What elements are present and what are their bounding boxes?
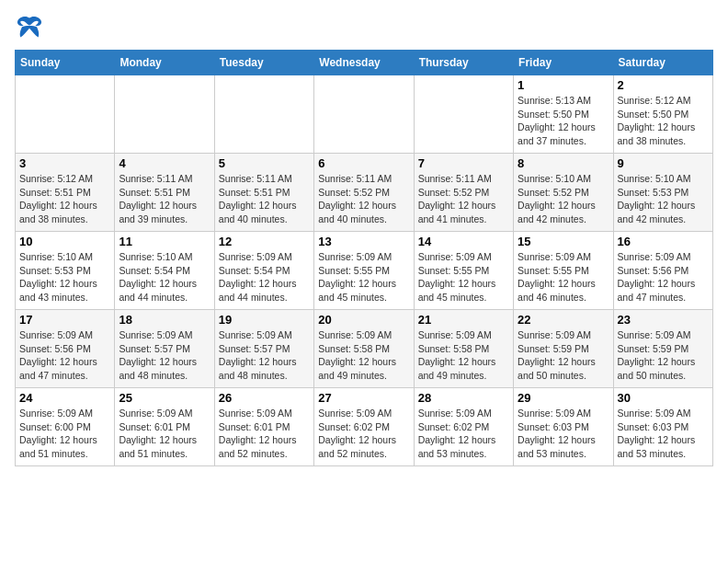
day-number: 11: [119, 235, 210, 248]
calendar-week-row: 24Sunrise: 5:09 AM Sunset: 6:00 PM Dayli…: [16, 388, 713, 466]
calendar-cell: 1Sunrise: 5:13 AM Sunset: 5:50 PM Daylig…: [514, 75, 613, 154]
day-number: 4: [119, 156, 210, 170]
day-info: Sunrise: 5:10 AM Sunset: 5:53 PM Dayligh…: [618, 172, 709, 226]
day-number: 22: [518, 313, 609, 327]
day-number: 20: [318, 313, 409, 327]
calendar-week-row: 17Sunrise: 5:09 AM Sunset: 5:56 PM Dayli…: [16, 310, 713, 388]
calendar-cell: 5Sunrise: 5:11 AM Sunset: 5:51 PM Daylig…: [214, 154, 313, 232]
day-number: 30: [618, 391, 709, 405]
day-info: Sunrise: 5:09 AM Sunset: 5:54 PM Dayligh…: [219, 250, 310, 304]
calendar-cell: 9Sunrise: 5:10 AM Sunset: 5:53 PM Daylig…: [613, 154, 712, 232]
day-number: 15: [518, 235, 609, 248]
day-info: Sunrise: 5:09 AM Sunset: 5:58 PM Dayligh…: [318, 328, 409, 383]
day-number: 18: [119, 313, 210, 327]
day-number: 25: [119, 391, 210, 405]
day-info: Sunrise: 5:09 AM Sunset: 6:03 PM Dayligh…: [518, 407, 609, 461]
calendar-cell: 8Sunrise: 5:10 AM Sunset: 5:52 PM Daylig…: [514, 154, 613, 232]
day-info: Sunrise: 5:09 AM Sunset: 6:01 PM Dayligh…: [119, 407, 210, 461]
day-info: Sunrise: 5:10 AM Sunset: 5:52 PM Dayligh…: [518, 172, 609, 226]
weekday-header-friday: Friday: [514, 51, 613, 75]
day-info: Sunrise: 5:12 AM Sunset: 5:50 PM Dayligh…: [618, 94, 709, 148]
calendar-cell: 29Sunrise: 5:09 AM Sunset: 6:03 PM Dayli…: [514, 388, 613, 466]
day-number: 19: [219, 313, 310, 327]
day-info: Sunrise: 5:11 AM Sunset: 5:51 PM Dayligh…: [219, 172, 310, 226]
calendar-cell: 12Sunrise: 5:09 AM Sunset: 5:54 PM Dayli…: [214, 232, 313, 310]
day-number: 16: [618, 235, 709, 248]
calendar-cell: 15Sunrise: 5:09 AM Sunset: 5:55 PM Dayli…: [514, 232, 613, 310]
day-number: 27: [318, 391, 409, 405]
calendar-cell: [214, 75, 313, 154]
weekday-header-thursday: Thursday: [414, 51, 513, 75]
day-info: Sunrise: 5:09 AM Sunset: 5:59 PM Dayligh…: [518, 328, 609, 383]
day-number: 17: [19, 313, 110, 327]
calendar-cell: 25Sunrise: 5:09 AM Sunset: 6:01 PM Dayli…: [115, 388, 214, 466]
day-number: 23: [618, 313, 709, 327]
calendar-cell: 6Sunrise: 5:11 AM Sunset: 5:52 PM Daylig…: [314, 154, 414, 232]
calendar-cell: 17Sunrise: 5:09 AM Sunset: 5:56 PM Dayli…: [16, 310, 115, 388]
calendar-cell: 21Sunrise: 5:09 AM Sunset: 5:58 PM Dayli…: [414, 310, 513, 388]
day-info: Sunrise: 5:09 AM Sunset: 6:00 PM Dayligh…: [19, 407, 110, 461]
day-info: Sunrise: 5:09 AM Sunset: 5:55 PM Dayligh…: [518, 250, 609, 304]
calendar-week-row: 10Sunrise: 5:10 AM Sunset: 5:53 PM Dayli…: [16, 232, 713, 310]
logo: [15, 15, 48, 40]
calendar-week-row: 1Sunrise: 5:13 AM Sunset: 5:50 PM Daylig…: [16, 75, 713, 154]
day-info: Sunrise: 5:10 AM Sunset: 5:54 PM Dayligh…: [119, 250, 210, 304]
day-number: 21: [418, 313, 509, 327]
calendar-cell: 22Sunrise: 5:09 AM Sunset: 5:59 PM Dayli…: [514, 310, 613, 388]
day-info: Sunrise: 5:09 AM Sunset: 5:58 PM Dayligh…: [418, 328, 509, 383]
calendar-cell: 10Sunrise: 5:10 AM Sunset: 5:53 PM Dayli…: [16, 232, 115, 310]
calendar-cell: 18Sunrise: 5:09 AM Sunset: 5:57 PM Dayli…: [115, 310, 214, 388]
calendar-cell: 27Sunrise: 5:09 AM Sunset: 6:02 PM Dayli…: [314, 388, 414, 466]
day-info: Sunrise: 5:11 AM Sunset: 5:52 PM Dayligh…: [318, 172, 409, 226]
page-header: [15, 15, 713, 40]
weekday-header-sunday: Sunday: [16, 51, 115, 75]
day-number: 10: [19, 235, 110, 248]
day-number: 1: [518, 78, 609, 92]
calendar-cell: 16Sunrise: 5:09 AM Sunset: 5:56 PM Dayli…: [613, 232, 712, 310]
calendar-cell: 14Sunrise: 5:09 AM Sunset: 5:55 PM Dayli…: [414, 232, 513, 310]
day-info: Sunrise: 5:09 AM Sunset: 5:57 PM Dayligh…: [219, 328, 310, 383]
calendar-cell: 2Sunrise: 5:12 AM Sunset: 5:50 PM Daylig…: [613, 75, 712, 154]
calendar-header-row: SundayMondayTuesdayWednesdayThursdayFrid…: [16, 51, 713, 75]
calendar-week-row: 3Sunrise: 5:12 AM Sunset: 5:51 PM Daylig…: [16, 154, 713, 232]
day-number: 2: [618, 78, 709, 92]
day-number: 13: [318, 235, 409, 248]
weekday-header-wednesday: Wednesday: [314, 51, 414, 75]
calendar-cell: [115, 75, 214, 154]
day-info: Sunrise: 5:13 AM Sunset: 5:50 PM Dayligh…: [518, 94, 609, 148]
day-number: 5: [219, 156, 310, 170]
day-info: Sunrise: 5:09 AM Sunset: 5:59 PM Dayligh…: [618, 328, 709, 383]
day-number: 9: [618, 156, 709, 170]
calendar-cell: [314, 75, 414, 154]
day-number: 8: [518, 156, 609, 170]
day-number: 28: [418, 391, 509, 405]
day-info: Sunrise: 5:09 AM Sunset: 6:01 PM Dayligh…: [219, 407, 310, 461]
logo-icon: [15, 15, 44, 40]
day-info: Sunrise: 5:11 AM Sunset: 5:51 PM Dayligh…: [119, 172, 210, 226]
day-info: Sunrise: 5:09 AM Sunset: 5:56 PM Dayligh…: [618, 250, 709, 304]
day-info: Sunrise: 5:11 AM Sunset: 5:52 PM Dayligh…: [418, 172, 509, 226]
calendar-cell: 30Sunrise: 5:09 AM Sunset: 6:03 PM Dayli…: [613, 388, 712, 466]
calendar-cell: 19Sunrise: 5:09 AM Sunset: 5:57 PM Dayli…: [214, 310, 313, 388]
day-number: 7: [418, 156, 509, 170]
day-info: Sunrise: 5:09 AM Sunset: 5:55 PM Dayligh…: [418, 250, 509, 304]
calendar-cell: 23Sunrise: 5:09 AM Sunset: 5:59 PM Dayli…: [613, 310, 712, 388]
day-number: 29: [518, 391, 609, 405]
calendar-cell: 4Sunrise: 5:11 AM Sunset: 5:51 PM Daylig…: [115, 154, 214, 232]
calendar-cell: 11Sunrise: 5:10 AM Sunset: 5:54 PM Dayli…: [115, 232, 214, 310]
day-info: Sunrise: 5:09 AM Sunset: 5:56 PM Dayligh…: [19, 328, 110, 383]
weekday-header-saturday: Saturday: [613, 51, 712, 75]
weekday-header-tuesday: Tuesday: [214, 51, 313, 75]
calendar-cell: [414, 75, 513, 154]
day-info: Sunrise: 5:09 AM Sunset: 6:02 PM Dayligh…: [418, 407, 509, 461]
day-number: 12: [219, 235, 310, 248]
day-info: Sunrise: 5:12 AM Sunset: 5:51 PM Dayligh…: [19, 172, 110, 226]
calendar-cell: 24Sunrise: 5:09 AM Sunset: 6:00 PM Dayli…: [16, 388, 115, 466]
weekday-header-monday: Monday: [115, 51, 214, 75]
calendar-cell: 7Sunrise: 5:11 AM Sunset: 5:52 PM Daylig…: [414, 154, 513, 232]
day-info: Sunrise: 5:09 AM Sunset: 6:02 PM Dayligh…: [318, 407, 409, 461]
calendar-cell: 28Sunrise: 5:09 AM Sunset: 6:02 PM Dayli…: [414, 388, 513, 466]
day-number: 3: [19, 156, 110, 170]
day-number: 6: [318, 156, 409, 170]
day-info: Sunrise: 5:09 AM Sunset: 5:57 PM Dayligh…: [119, 328, 210, 383]
